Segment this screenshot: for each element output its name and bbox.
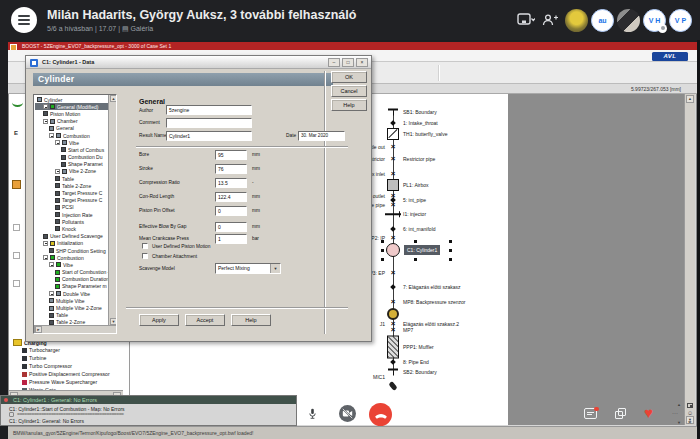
more-options-icon[interactable]: ··· <box>672 410 678 416</box>
heart-reaction-icon[interactable]: ♥ <box>644 405 653 420</box>
tree-expander-icon[interactable] <box>43 255 48 260</box>
dialog-titlebar[interactable]: C1: Cylinder1 - Data – □ × <box>26 56 371 69</box>
tree-item[interactable]: Multiple Vibe <box>35 297 108 304</box>
library-item[interactable]: Pressure Wave Supercharger <box>22 379 97 385</box>
tree-item[interactable]: Target Pressure C <box>35 189 108 196</box>
microphone-button[interactable] <box>304 405 321 422</box>
ok-button[interactable]: OK <box>331 71 367 83</box>
chat-icon[interactable] <box>584 408 597 419</box>
scroll-up-icon[interactable]: ▲ <box>677 402 681 408</box>
scavenge-model-select[interactable]: Perfect Mixing ▼ <box>215 263 281 274</box>
tree-item[interactable]: Injection Rate <box>35 211 108 218</box>
message-log-titlebar[interactable]: C1: Cylinder1 : General: No Errors <box>1 396 296 404</box>
tree-item[interactable]: Piston Motion <box>35 110 108 117</box>
camera-off-button[interactable] <box>339 405 356 422</box>
tree-expander-icon[interactable] <box>49 133 54 138</box>
library-item[interactable]: Positive Displacement Compressor <box>22 371 110 377</box>
minimize-button[interactable]: – <box>328 58 340 67</box>
tree-expander-icon[interactable] <box>55 140 60 145</box>
tree-vertical-scrollbar[interactable]: ▲ ▼ <box>108 95 116 333</box>
tree-item[interactable]: Table <box>35 312 108 319</box>
scroll-up-icon[interactable]: ▲ <box>110 95 117 102</box>
tree-item[interactable]: Table <box>35 175 108 182</box>
tree-item[interactable]: Start of Combustion - <box>35 269 108 276</box>
tree-expander-icon[interactable] <box>49 262 54 267</box>
participant-avatar[interactable]: au <box>591 9 614 32</box>
cancel-button[interactable]: Cancel <box>331 85 367 97</box>
tree-item[interactable]: Pollutants <box>35 218 108 225</box>
tree-item[interactable]: SHP Condition Setting <box>35 247 108 254</box>
tree-item[interactable]: Vibe 2-Zone <box>35 168 108 175</box>
accept-button[interactable]: Accept <box>185 314 225 326</box>
tree-item[interactable]: User Defined Scavenge <box>35 233 108 240</box>
field-input[interactable]: 0 <box>215 206 247 216</box>
tree-horizontal-scrollbar[interactable]: ◄ ► <box>34 325 116 333</box>
field-input[interactable]: 76 <box>215 164 247 174</box>
tree-item[interactable]: Cylinder <box>35 96 108 103</box>
tree-item[interactable]: General (Modified) <box>35 103 108 110</box>
library-item[interactable]: Turbo Compressor <box>22 363 72 369</box>
tree-item[interactable]: Combustion Du <box>35 154 108 161</box>
tree-item[interactable]: Table 2-Zone <box>35 182 108 189</box>
tree-item[interactable]: Combustion <box>35 254 108 261</box>
close-button[interactable]: × <box>356 58 368 67</box>
participant-avatar[interactable]: V P <box>669 9 692 32</box>
field-input[interactable]: 13.5 <box>215 178 247 188</box>
add-person-icon[interactable] <box>541 12 559 28</box>
tree-item[interactable]: General <box>35 125 108 132</box>
element-icon[interactable] <box>12 180 21 189</box>
tree-item[interactable]: Shape Paramet <box>35 161 108 168</box>
scroll-down-icon[interactable]: ▼ <box>110 318 117 325</box>
tree-item[interactable]: Chamber <box>35 118 108 125</box>
participant-avatar[interactable] <box>565 9 588 32</box>
tree-item[interactable]: Vibe <box>35 261 108 268</box>
tree-expander-icon[interactable] <box>43 241 48 246</box>
share-windows-icon[interactable] <box>615 408 627 420</box>
tree-item[interactable]: Shape Parameter m <box>35 283 108 290</box>
tree-expander-icon[interactable] <box>13 280 20 287</box>
tree-item[interactable]: Double Vibe <box>35 290 108 297</box>
checkbox[interactable] <box>142 253 148 259</box>
layout-view-icon[interactable] <box>517 12 535 28</box>
close-panel-icon[interactable]: × <box>688 419 692 425</box>
picture-in-picture-icon[interactable] <box>687 403 693 408</box>
apply-help-button[interactable]: Help <box>231 314 271 326</box>
maximize-button[interactable]: □ <box>342 58 354 67</box>
comment-input[interactable] <box>166 118 252 128</box>
tree-item[interactable]: Combustion Duration <box>35 276 108 283</box>
author-input[interactable]: 5zengine <box>166 105 252 115</box>
tree-expander-icon[interactable] <box>43 119 48 124</box>
participant-avatar[interactable] <box>617 9 640 32</box>
field-input[interactable]: 95 <box>215 150 247 160</box>
tree-expander-icon[interactable] <box>13 224 20 231</box>
scroll-down-icon[interactable]: ▼ <box>677 420 681 426</box>
library-item[interactable]: Turbocharger <box>22 347 60 353</box>
tree-item[interactable]: Vibe <box>35 139 108 146</box>
end-call-button[interactable] <box>369 403 392 426</box>
scroll-right-icon[interactable]: ► <box>35 326 42 333</box>
tree-item[interactable]: Knock <box>35 225 108 232</box>
tree-item[interactable]: Initialization <box>35 240 108 247</box>
field-input[interactable]: 122.4 <box>215 192 247 202</box>
tree-item[interactable]: Multiple Vibe 2-Zone <box>35 304 108 311</box>
result-name-input[interactable]: Cylinder1 <box>166 131 252 141</box>
tree-item[interactable]: Start of Combus <box>35 146 108 153</box>
wire-tool-icon[interactable] <box>12 98 23 107</box>
help-button[interactable]: Help <box>331 99 367 111</box>
participant-avatar[interactable]: V H <box>643 9 666 32</box>
e-tool-icon[interactable]: E <box>14 130 18 136</box>
field-input[interactable]: 1 <box>215 234 247 244</box>
tree-expander-icon[interactable] <box>55 169 60 174</box>
tree-item[interactable]: PCSI <box>35 204 108 211</box>
tree-item[interactable]: Target Pressure C <box>35 197 108 204</box>
scroll-up-icon[interactable]: ▲ <box>686 95 694 103</box>
field-input[interactable]: 0 <box>215 222 247 232</box>
reactions-icon[interactable]: ☺ <box>687 410 693 416</box>
checkbox[interactable] <box>142 243 148 249</box>
chevron-down-icon[interactable]: ▼ <box>270 264 280 273</box>
tree-expander-icon[interactable] <box>49 291 54 296</box>
tree-item[interactable]: Combustion <box>35 132 108 139</box>
canvas-vertical-scrollbar[interactable]: ▲ ▼ <box>684 94 695 425</box>
tree-expander-icon[interactable] <box>13 252 20 259</box>
tree-expander-icon[interactable] <box>43 104 48 109</box>
